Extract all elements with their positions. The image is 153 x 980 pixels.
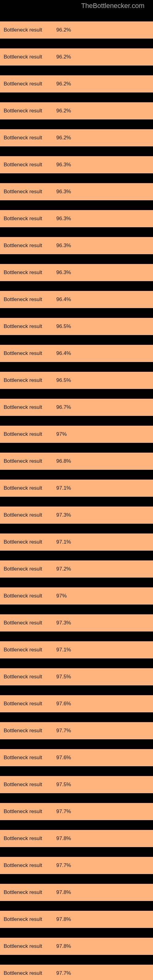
result-row: Bottleneck result96.3%	[0, 156, 153, 173]
row-spacer	[0, 416, 153, 426]
row-spacer	[0, 820, 153, 830]
result-row: Bottleneck result96.5%	[0, 372, 153, 389]
row-spacer	[0, 847, 153, 857]
result-row: Bottleneck result97.5%	[0, 776, 153, 793]
result-row: Bottleneck result97.3%	[0, 506, 153, 524]
result-row: Bottleneck result96.2%	[0, 75, 153, 92]
result-label: Bottleneck result	[0, 965, 54, 980]
result-label: Bottleneck result	[0, 183, 54, 200]
result-label: Bottleneck result	[0, 291, 54, 308]
result-row: Bottleneck result96.4%	[0, 291, 153, 308]
row-spacer	[0, 146, 153, 156]
result-label: Bottleneck result	[0, 830, 54, 847]
row-spacer	[0, 389, 153, 399]
result-row: Bottleneck result97.3%	[0, 614, 153, 632]
row-spacer	[0, 497, 153, 506]
result-label: Bottleneck result	[0, 48, 54, 65]
result-row: Bottleneck result96.4%	[0, 345, 153, 362]
result-label: Bottleneck result	[0, 695, 54, 712]
row-spacer	[0, 281, 153, 291]
result-value: 96.2%	[54, 21, 153, 38]
result-label: Bottleneck result	[0, 75, 54, 92]
result-row: Bottleneck result97.7%	[0, 803, 153, 820]
row-spacer	[0, 550, 153, 560]
result-label: Bottleneck result	[0, 318, 54, 335]
result-value: 97.7%	[54, 803, 153, 820]
result-row: Bottleneck result97.8%	[0, 830, 153, 847]
row-spacer	[0, 470, 153, 480]
row-spacer	[0, 200, 153, 210]
row-spacer	[0, 578, 153, 587]
result-value: 96.4%	[54, 345, 153, 362]
result-row: Bottleneck result97.5%	[0, 668, 153, 686]
row-spacer	[0, 605, 153, 614]
result-row: Bottleneck result97.7%	[0, 965, 153, 980]
result-value: 96.2%	[54, 48, 153, 65]
row-spacer	[0, 928, 153, 938]
result-row: Bottleneck result96.2%	[0, 21, 153, 38]
result-row: Bottleneck result96.3%	[0, 183, 153, 200]
row-spacer	[0, 308, 153, 318]
result-row: Bottleneck result96.5%	[0, 318, 153, 335]
result-value: 97.8%	[54, 830, 153, 847]
result-value: 97.7%	[54, 965, 153, 980]
result-label: Bottleneck result	[0, 345, 54, 362]
result-row: Bottleneck result97.8%	[0, 884, 153, 901]
row-spacer	[0, 335, 153, 345]
row-spacer	[0, 766, 153, 776]
result-value: 96.2%	[54, 75, 153, 92]
row-spacer	[0, 119, 153, 129]
result-label: Bottleneck result	[0, 453, 54, 470]
row-spacer	[0, 227, 153, 237]
result-row: Bottleneck result97.1%	[0, 533, 153, 550]
result-row: Bottleneck result97.7%	[0, 722, 153, 739]
result-label: Bottleneck result	[0, 237, 54, 254]
result-value: 97.3%	[54, 614, 153, 632]
result-value: 97.7%	[54, 722, 153, 739]
row-spacer	[0, 955, 153, 965]
result-label: Bottleneck result	[0, 264, 54, 281]
result-value: 97.7%	[54, 857, 153, 874]
result-value: 97.8%	[54, 938, 153, 955]
result-label: Bottleneck result	[0, 587, 54, 605]
row-spacer	[0, 793, 153, 803]
result-label: Bottleneck result	[0, 426, 54, 443]
result-row: Bottleneck result97.1%	[0, 480, 153, 497]
result-value: 96.3%	[54, 210, 153, 227]
result-value: 96.5%	[54, 372, 153, 389]
result-value: 96.3%	[54, 183, 153, 200]
result-label: Bottleneck result	[0, 857, 54, 874]
result-label: Bottleneck result	[0, 803, 54, 820]
result-label: Bottleneck result	[0, 614, 54, 632]
row-spacer	[0, 739, 153, 749]
result-value: 97.8%	[54, 884, 153, 901]
result-row: Bottleneck result96.7%	[0, 399, 153, 416]
result-value: 97.8%	[54, 911, 153, 928]
result-row: Bottleneck result97%	[0, 587, 153, 605]
result-label: Bottleneck result	[0, 560, 54, 578]
row-spacer	[0, 362, 153, 372]
result-label: Bottleneck result	[0, 911, 54, 928]
row-spacer	[0, 254, 153, 264]
result-value: 97.1%	[54, 533, 153, 550]
result-row: Bottleneck result97.7%	[0, 857, 153, 874]
result-label: Bottleneck result	[0, 641, 54, 659]
result-label: Bottleneck result	[0, 722, 54, 739]
row-spacer	[0, 92, 153, 102]
result-label: Bottleneck result	[0, 372, 54, 389]
result-row: Bottleneck result97.6%	[0, 695, 153, 712]
result-row: Bottleneck result96.2%	[0, 129, 153, 146]
row-spacer	[0, 524, 153, 533]
result-value: 97.5%	[54, 776, 153, 793]
row-spacer	[0, 874, 153, 884]
result-value: 97.1%	[54, 641, 153, 659]
result-row: Bottleneck result97.6%	[0, 749, 153, 766]
result-value: 97%	[54, 426, 153, 443]
result-row: Bottleneck result96.8%	[0, 453, 153, 470]
result-value: 96.4%	[54, 291, 153, 308]
row-spacer	[0, 659, 153, 668]
result-label: Bottleneck result	[0, 749, 54, 766]
result-value: 97.6%	[54, 749, 153, 766]
result-value: 96.3%	[54, 237, 153, 254]
result-value: 97.1%	[54, 480, 153, 497]
